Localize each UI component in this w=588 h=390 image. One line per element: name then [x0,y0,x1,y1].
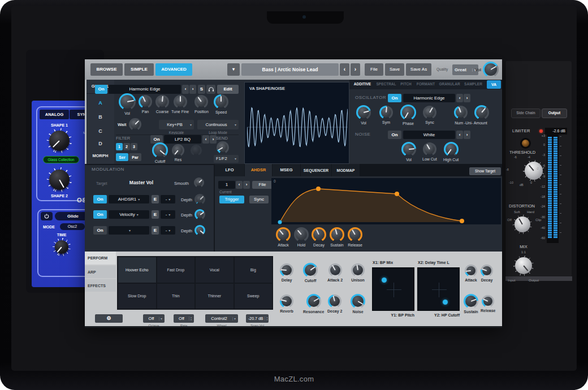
headphones-button[interactable] [206,85,215,94]
layer-b-tab[interactable]: B [87,111,114,123]
mod-row1-edit-button[interactable]: E [152,195,159,203]
shape1-knob[interactable] [47,128,72,153]
res-knob[interactable]: Res [172,144,184,162]
preset-display[interactable]: Bass | Arctic Noise Lead [241,63,339,76]
sym-knob[interactable]: Sym [379,106,393,124]
tab-va[interactable]: VA [487,80,501,89]
master-vol-knob[interactable] [483,62,499,77]
send-knob[interactable] [217,141,229,154]
mod-row2-on-button[interactable]: On [93,210,107,219]
glide-mode-value[interactable]: Osc2 [60,223,85,230]
wheel-select[interactable]: Control2▾ [205,314,238,323]
preset-prev-button[interactable]: ‹ [340,63,349,76]
mod-row1-source-select[interactable]: AHDSR1▾ [109,195,149,203]
env-release-knob[interactable]: Release [348,227,362,247]
pad-hoover-echo[interactable]: Hoover Echo [118,257,156,283]
mod-row3-on-button[interactable]: On [93,226,107,235]
layer-a-tab[interactable]: A [87,97,114,109]
env-file-button[interactable]: File [252,181,273,189]
tab-modmap[interactable]: MODMAP [332,164,360,176]
pad-sweep[interactable]: Sweep [235,284,273,309]
noise-vol-knob[interactable]: Vol [401,142,416,162]
mod-row3-curve-select[interactable]: -▾ [161,226,175,235]
limiter-button[interactable] [520,138,531,149]
glide-time-knob[interactable] [53,238,71,256]
show-target-button[interactable]: Show Target [469,167,501,175]
mix-knob[interactable] [513,255,534,276]
browse-button[interactable]: BROWSE [90,63,123,76]
tab-pitch[interactable]: PITCH [398,80,414,89]
tab-ahdsr[interactable]: AHDSR [245,164,272,176]
perform-attack-knob[interactable]: Attack [465,265,477,282]
phase-knob[interactable]: Phase [400,105,416,125]
noise-prev-button[interactable]: ‹ [456,131,463,139]
macro-noise-knob[interactable]: Noise [351,294,365,314]
mod-row1-depth-knob[interactable] [194,194,205,205]
file-button[interactable]: File [365,63,383,76]
coarse-knob[interactable]: Coarse [155,95,169,114]
perform-sustain-knob[interactable]: Sustain [464,294,478,314]
tab-spectral[interactable]: SPECTRAL [375,80,397,89]
advanced-button[interactable]: ADVANCED [155,63,192,76]
env-sustain-knob[interactable]: Sustain [330,227,344,247]
env-next-button[interactable]: › [243,181,250,189]
osc-a-next-button[interactable]: › [189,85,196,94]
high-cut-knob[interactable]: High Cut [443,142,459,162]
filter-type-field[interactable]: LP2 BQ [164,135,201,144]
tab-mseg[interactable]: MSEG [273,164,300,176]
speed-knob[interactable]: Speed [214,94,228,114]
unison-amount-knob[interactable] [474,105,489,120]
pad-thin[interactable]: Thin [157,284,195,309]
filter-slot-3-button[interactable]: 3 [131,143,137,150]
osc-a-pan-knob[interactable]: Pan [139,95,152,114]
tab-formant[interactable]: FORMANT [414,80,437,89]
perform-decay-knob[interactable]: Decay [481,265,493,282]
unison-num-knob[interactable] [454,106,468,119]
mod-row1-on-button[interactable]: On [93,195,107,203]
glide-power-button[interactable] [41,212,53,220]
osc-a-vol-knob[interactable]: Vol [119,93,136,115]
tab-effects[interactable]: EFFECTS [85,279,116,292]
tab-sequencer[interactable]: SEQUENCER [301,164,331,176]
cutoff-knob[interactable]: Cutoff [152,142,168,163]
trigger-button[interactable]: Trigger [219,196,244,203]
pad-slow-drop[interactable]: Slow Drop [118,284,156,309]
mod-row3-depth-knob[interactable] [194,225,205,236]
perform-release-knob[interactable]: Release [481,295,495,313]
osc-a-on-button[interactable]: On [95,85,107,94]
mod-target-value[interactable]: Master Vol [118,180,165,185]
loop-mode-select[interactable]: Continuous▾ [197,120,239,129]
env-attack-knob[interactable]: Attack [276,227,291,247]
preset-next-button[interactable]: › [351,63,360,76]
parallel-button[interactable]: Par [129,153,141,161]
mod-row1-curve-select[interactable]: -▾ [161,195,175,203]
smooth-knob[interactable] [194,177,204,188]
osc-a-preset-field[interactable]: Harmonic Edge [109,85,181,94]
shape2-knob[interactable] [47,167,72,192]
xy2-pad[interactable] [417,267,460,311]
output-tab-button[interactable]: Output [542,109,567,118]
preset-menu-button[interactable]: ▾ [227,63,240,76]
distortion-knob[interactable] [513,215,532,234]
macro-decay2-knob[interactable]: Decay 2 [327,294,342,313]
mod-row2-source-select[interactable]: Velocity▾ [109,210,149,219]
oscillator-prev-button[interactable]: ‹ [456,94,463,102]
oscillator-next-button[interactable]: › [464,94,470,102]
keyscale-select[interactable]: Key+PB▾ [159,120,194,129]
tab-sampler[interactable]: SAMPLER [462,80,485,89]
octave-select[interactable]: Off▾ [143,314,165,323]
macro-unison-knob[interactable]: Unison [351,263,365,282]
layer-c-tab[interactable]: C [87,125,114,137]
snap-vol-stepper[interactable]: -20.7 dB▴▾ [246,314,269,323]
serial-button[interactable]: Ser [116,153,128,161]
env-prev-button[interactable]: ‹ [236,181,243,189]
xy1-pad[interactable] [372,267,414,311]
side-chain-button[interactable]: Side Chain [511,109,541,118]
osc-vol-knob[interactable]: Vol [356,105,371,125]
sync-knob[interactable]: Sync [423,106,436,124]
send-dest-select[interactable]: F1/F2▾ [214,155,239,163]
tab-granular[interactable]: GRANULAR [438,80,461,89]
osc-a-prev-button[interactable]: ‹ [182,85,189,94]
tab-additive[interactable]: ADDITIVE [351,80,374,89]
analog-button[interactable]: ANALOG [40,110,69,119]
